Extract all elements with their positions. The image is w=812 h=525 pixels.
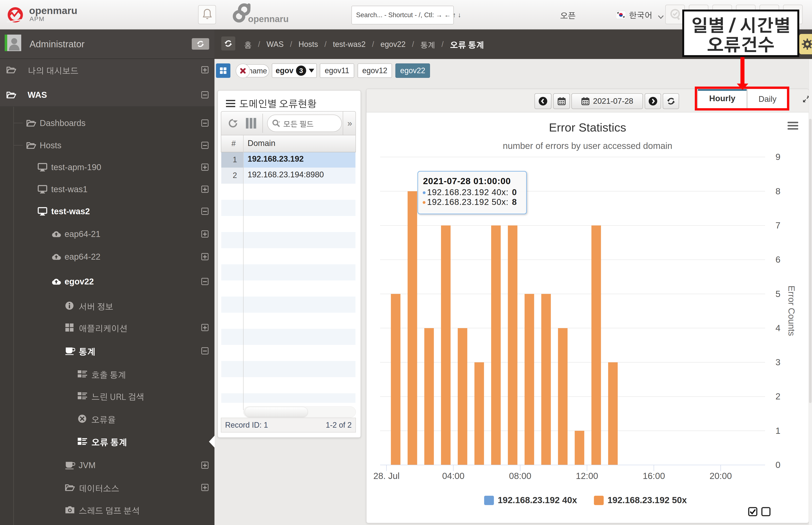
svg-text:192.168.23.192 50x: 192.168.23.192 50x: [608, 495, 687, 505]
svg-text:16:00: 16:00: [643, 471, 665, 481]
svg-text:28. Jul: 28. Jul: [373, 471, 400, 481]
svg-text:9: 9: [775, 152, 780, 162]
svg-text:Error Statistics: Error Statistics: [549, 121, 626, 134]
svg-text:number of errors by user acces: number of errors by user accessed domain: [503, 141, 672, 151]
svg-text:Error Counts: Error Counts: [786, 286, 797, 336]
svg-text:6: 6: [775, 255, 780, 265]
svg-text:2: 2: [775, 391, 780, 401]
svg-text:5: 5: [775, 289, 780, 299]
svg-text:7: 7: [775, 220, 780, 230]
svg-text:1: 1: [775, 426, 780, 436]
svg-text:20:00: 20:00: [709, 471, 732, 481]
svg-text:8: 8: [775, 186, 780, 196]
svg-text:192.168.23.192 40x: 192.168.23.192 40x: [498, 495, 577, 505]
svg-text:12:00: 12:00: [576, 471, 598, 481]
svg-text:04:00: 04:00: [442, 471, 464, 481]
svg-text:3: 3: [775, 357, 780, 367]
svg-text:4: 4: [775, 323, 780, 333]
svg-text:08:00: 08:00: [509, 471, 531, 481]
svg-text:0: 0: [775, 460, 780, 470]
